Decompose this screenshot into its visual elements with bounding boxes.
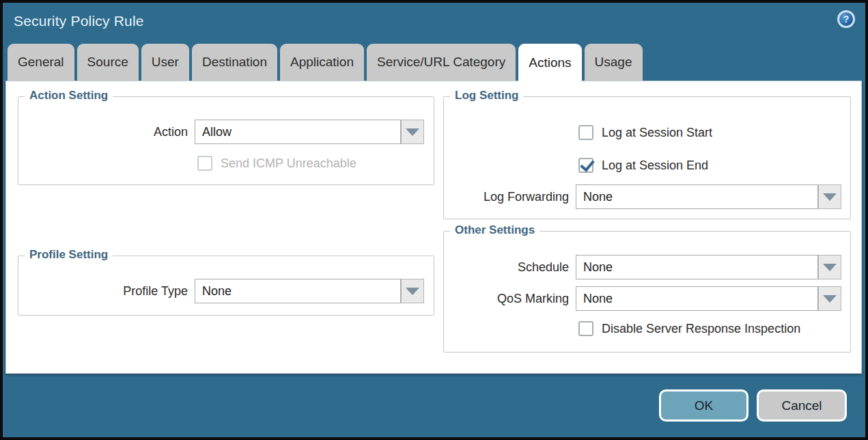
chevron-down-icon xyxy=(406,288,419,295)
chevron-down-icon xyxy=(406,128,419,136)
log-setting-legend: Log Setting xyxy=(450,89,523,102)
qos-marking-row: QoS Marking None xyxy=(444,286,841,311)
tab-usage[interactable]: Usage xyxy=(585,44,643,81)
log-session-start-checkbox-row[interactable]: Log at Session Start xyxy=(578,125,712,140)
send-icmp-unreachable-checkbox-row: Send ICMP Unreachable xyxy=(197,156,356,171)
chevron-down-icon xyxy=(823,295,837,303)
chevron-down-icon xyxy=(823,193,837,201)
help-icon-glyph: ? xyxy=(843,14,850,25)
log-forwarding-dropdown[interactable]: None xyxy=(576,184,841,209)
log-forwarding-dropdown-button[interactable] xyxy=(818,184,841,209)
help-icon[interactable]: ? xyxy=(837,10,855,28)
action-dropdown[interactable]: Allow xyxy=(195,120,424,144)
tab-user[interactable]: User xyxy=(141,44,189,81)
tab-label: Usage xyxy=(595,55,632,70)
qos-marking-label: QoS Marking xyxy=(444,292,569,306)
other-settings-legend: Other Settings xyxy=(450,223,540,237)
qos-marking-dropdown[interactable]: None xyxy=(576,286,841,311)
log-session-end-checkbox[interactable] xyxy=(578,158,593,173)
tab-application[interactable]: Application xyxy=(280,44,364,81)
tab-label: Application xyxy=(290,55,354,70)
tab-label: Destination xyxy=(202,55,267,70)
log-session-end-checkbox-row[interactable]: Log at Session End xyxy=(578,158,708,173)
tab-bar: General Source User Destination Applicat… xyxy=(8,44,643,82)
dialog-title: Security Policy Rule xyxy=(14,13,144,29)
other-settings-group: Other Settings Schedule None QoS Marking… xyxy=(443,231,851,353)
action-setting-group: Action Setting Action Allow Send ICMP Un… xyxy=(18,96,434,185)
ok-button[interactable]: OK xyxy=(659,389,748,422)
disable-server-response-inspection-checkbox[interactable] xyxy=(578,321,593,336)
action-dropdown-button[interactable] xyxy=(401,120,424,144)
disable-server-response-inspection-checkbox-row[interactable]: Disable Server Response Inspection xyxy=(578,321,800,336)
profile-type-label: Profile Type xyxy=(18,284,188,299)
log-forwarding-row: Log Forwarding None xyxy=(444,184,841,209)
log-forwarding-label: Log Forwarding xyxy=(444,190,569,204)
tab-destination[interactable]: Destination xyxy=(192,44,277,81)
qos-marking-dropdown-value: None xyxy=(576,286,818,311)
tab-label: Source xyxy=(87,55,128,70)
content-panel: Action Setting Action Allow Send ICMP Un… xyxy=(5,81,862,374)
schedule-dropdown[interactable]: None xyxy=(576,255,841,279)
profile-setting-group: Profile Setting Profile Type None xyxy=(18,256,434,316)
profile-type-row: Profile Type None xyxy=(18,279,424,303)
send-icmp-unreachable-checkbox xyxy=(197,156,212,171)
log-session-start-label: Log at Session Start xyxy=(602,126,712,140)
schedule-row: Schedule None xyxy=(444,255,841,279)
tab-label: User xyxy=(152,55,179,70)
tab-general[interactable]: General xyxy=(8,44,74,81)
schedule-dropdown-value: None xyxy=(576,255,818,279)
log-forwarding-dropdown-value: None xyxy=(576,184,818,209)
profile-setting-legend: Profile Setting xyxy=(25,248,113,262)
send-icmp-unreachable-label: Send ICMP Unreachable xyxy=(221,156,356,171)
log-session-end-label: Log at Session End xyxy=(602,159,708,173)
schedule-dropdown-button[interactable] xyxy=(818,255,841,279)
schedule-label: Schedule xyxy=(444,260,569,275)
profile-type-dropdown-value: None xyxy=(195,279,401,303)
tab-source[interactable]: Source xyxy=(77,44,139,81)
action-setting-legend: Action Setting xyxy=(25,89,113,102)
chevron-down-icon xyxy=(823,264,837,271)
log-setting-group: Log Setting Log at Session Start Log at … xyxy=(443,96,851,219)
tab-label: Service/URL Category xyxy=(377,55,505,70)
title-bar: Security Policy Rule ? xyxy=(3,3,865,44)
tab-label: Actions xyxy=(529,55,571,70)
tab-actions[interactable]: Actions xyxy=(518,44,581,82)
qos-marking-dropdown-button[interactable] xyxy=(818,286,841,311)
action-dropdown-value: Allow xyxy=(195,120,401,144)
action-row: Action Allow xyxy=(18,120,424,144)
action-label: Action xyxy=(18,125,188,139)
profile-type-dropdown-button[interactable] xyxy=(401,279,424,303)
cancel-button[interactable]: Cancel xyxy=(757,389,847,422)
security-policy-rule-dialog: Security Policy Rule ? General Source Us… xyxy=(0,0,868,440)
log-session-start-checkbox[interactable] xyxy=(578,125,593,140)
tab-label: General xyxy=(18,55,64,70)
profile-type-dropdown[interactable]: None xyxy=(195,279,424,303)
tab-service-url-category[interactable]: Service/URL Category xyxy=(367,44,516,81)
disable-server-response-inspection-label: Disable Server Response Inspection xyxy=(602,322,800,336)
